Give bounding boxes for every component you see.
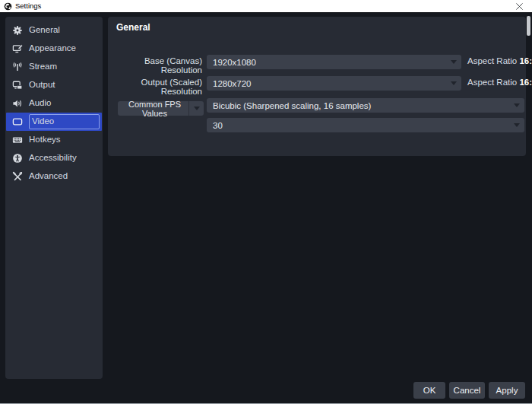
settings-sidebar: General Appearance Stream (5, 17, 103, 379)
base-resolution-value: 1920x1080 (213, 58, 256, 67)
accessibility-icon (12, 153, 23, 164)
chevron-down-icon (446, 76, 461, 91)
section-title: General (116, 22, 150, 33)
chevron-down-icon (509, 118, 524, 132)
fps-mode-label: Common FPS Values (118, 100, 188, 118)
cancel-button[interactable]: Cancel (449, 382, 485, 399)
window-title: Settings (15, 2, 41, 10)
output-resolution-combobox[interactable]: 1280x720 (207, 76, 461, 91)
close-button[interactable] (506, 0, 532, 12)
sidebar-item-appearance[interactable]: Appearance (6, 40, 102, 58)
keyboard-icon (12, 135, 23, 145)
sidebar-item-label: Audio (29, 98, 51, 107)
gear-icon (12, 25, 23, 36)
sidebar-item-accessibility[interactable]: Accessibility (6, 149, 102, 167)
base-resolution-combobox[interactable]: 1920x1080 (207, 55, 461, 69)
sidebar-item-output[interactable]: Output (6, 76, 102, 94)
titlebar: Settings (0, 0, 532, 13)
output-aspect-ratio: Aspect Ratio 16:9 (467, 78, 532, 87)
downscale-filter-combobox[interactable]: Bicubic (Sharpened scaling, 16 samples) (207, 98, 524, 113)
output-icon (12, 80, 23, 91)
chevron-down-icon (446, 55, 461, 69)
sidebar-item-label: Output (29, 80, 55, 89)
scrollbar-thumb[interactable] (527, 16, 530, 36)
ok-button[interactable]: OK (413, 382, 445, 399)
close-icon (516, 3, 523, 10)
speaker-icon (12, 98, 23, 109)
output-resolution-value: 1280x720 (213, 79, 252, 88)
chevron-down-icon (509, 98, 524, 113)
sidebar-item-label: Stream (29, 62, 57, 71)
sidebar-item-audio[interactable]: Audio (6, 94, 102, 113)
apply-button[interactable]: Apply (489, 382, 525, 399)
fps-value-combobox[interactable]: 30 (207, 118, 524, 132)
sidebar-item-video[interactable]: Video (6, 113, 102, 131)
appearance-icon (12, 43, 23, 54)
sidebar-item-general[interactable]: General (6, 21, 102, 40)
tools-icon (12, 171, 23, 182)
sidebar-item-label: Appearance (29, 43, 76, 52)
sidebar-item-label: Accessibility (29, 153, 77, 162)
sidebar-item-label: Advanced (29, 171, 68, 180)
fps-mode-dropdown[interactable]: Common FPS Values (118, 101, 204, 116)
vertical-scrollbar[interactable] (527, 16, 530, 379)
sidebar-item-advanced[interactable]: Advanced (6, 167, 102, 186)
monitor-icon (12, 116, 23, 127)
sidebar-item-label: Hotkeys (29, 135, 61, 144)
antenna-icon (12, 62, 23, 72)
settings-window: Settings General (0, 0, 532, 404)
chevron-down-icon (188, 101, 204, 116)
obs-logo-icon (4, 2, 12, 11)
sidebar-item-hotkeys[interactable]: Hotkeys (6, 131, 102, 149)
base-aspect-ratio: Aspect Ratio 16:9 (467, 57, 532, 66)
output-resolution-label: Output (Scaled) Resolution (108, 78, 202, 96)
sidebar-item-stream[interactable]: Stream (6, 58, 102, 76)
downscale-filter-value: Bicubic (Sharpened scaling, 16 samples) (213, 101, 371, 110)
video-settings-panel: General Base (Canvas) Resolution 1920x10… (108, 17, 526, 156)
base-resolution-label: Base (Canvas) Resolution (108, 57, 202, 75)
fps-value: 30 (213, 121, 223, 130)
sidebar-item-label: General (29, 25, 60, 34)
sidebar-item-label: Video (32, 116, 54, 126)
